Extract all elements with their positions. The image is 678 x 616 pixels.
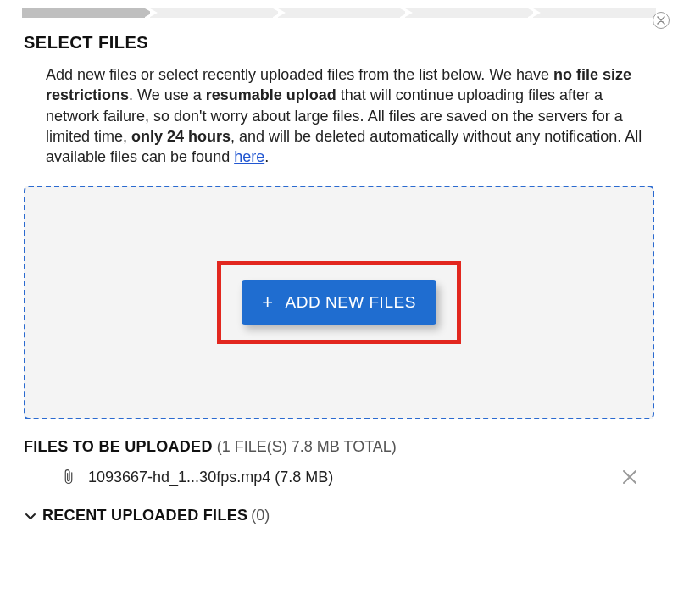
remove-file-button[interactable] bbox=[620, 468, 639, 486]
desc-bold2: resumable upload bbox=[206, 86, 336, 103]
upload-section-summary: (1 FILE(S) 7.8 MB TOTAL) bbox=[217, 438, 397, 455]
recent-count: (0) bbox=[251, 507, 270, 524]
close-icon bbox=[657, 16, 665, 25]
progress-step-2 bbox=[150, 8, 273, 18]
desc-part1: Add new files or select recently uploade… bbox=[46, 66, 553, 83]
desc-bold3: only 24 hours bbox=[131, 128, 231, 145]
add-new-files-button[interactable]: + ADD NEW FILES bbox=[242, 280, 436, 325]
recent-section-label: RECENT UPLOADED FILES bbox=[42, 507, 247, 524]
desc-part2: . We use a bbox=[129, 86, 206, 103]
description-text: Add new files or select recently uploade… bbox=[46, 64, 647, 167]
files-here-link[interactable]: here bbox=[234, 148, 264, 165]
upload-count-unit: FILE(S) bbox=[235, 438, 287, 455]
files-to-upload-heading: FILES TO BE UPLOADED (1 FILE(S) 7.8 MB T… bbox=[24, 438, 654, 456]
file-size: 7.8 MB bbox=[280, 469, 328, 486]
progress-step-4 bbox=[405, 8, 528, 18]
progress-step-3 bbox=[278, 8, 401, 18]
file-dropzone[interactable]: + ADD NEW FILES bbox=[24, 186, 654, 419]
progress-step-1 bbox=[22, 8, 145, 18]
upload-section-label: FILES TO BE UPLOADED bbox=[24, 438, 213, 455]
close-button[interactable] bbox=[653, 12, 670, 29]
paperclip-icon bbox=[61, 468, 76, 486]
file-name: 1093667-hd_1...30fps.mp4 bbox=[88, 469, 270, 486]
add-button-label: ADD NEW FILES bbox=[286, 293, 416, 312]
file-name-label: 1093667-hd_1...30fps.mp4 (7.8 MB) bbox=[88, 469, 620, 486]
recent-uploaded-files-toggle[interactable]: RECENT UPLOADED FILES (0) bbox=[24, 507, 654, 524]
chevron-down-icon bbox=[24, 509, 37, 523]
upload-count: 1 bbox=[222, 438, 231, 455]
x-icon bbox=[622, 469, 637, 485]
upload-total-size: 7.8 MB bbox=[292, 438, 340, 455]
plus-icon: + bbox=[262, 293, 273, 312]
desc-part5: . bbox=[264, 148, 269, 165]
file-row: 1093667-hd_1...30fps.mp4 (7.8 MB) bbox=[61, 468, 646, 486]
recent-count-value: 0 bbox=[256, 507, 264, 524]
progress-step-5 bbox=[533, 8, 656, 18]
upload-total-word: TOTAL bbox=[343, 438, 391, 455]
page-title: SELECT FILES bbox=[24, 33, 654, 53]
progress-stepper bbox=[22, 8, 656, 18]
